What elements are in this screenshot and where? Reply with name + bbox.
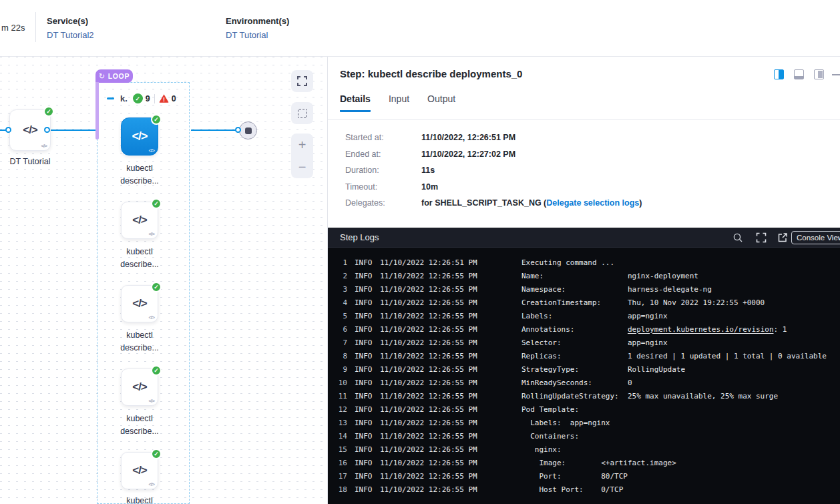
detail-row-0: Started at:11/10/2022, 12:26:51 PM xyxy=(345,133,642,150)
tab-output[interactable]: Output xyxy=(427,93,455,112)
success-check-icon xyxy=(151,449,162,459)
service-link[interactable]: DT Tutorial2 xyxy=(47,30,94,40)
log-timestamp: 11/10/2022 12:26:55 PM xyxy=(380,472,477,481)
log-line-12: 12INFO11/10/2022 12:26:55 PMPod Template… xyxy=(328,403,840,416)
log-line-number: 14 xyxy=(336,432,347,441)
log-line-number: 11 xyxy=(336,392,347,401)
loop-step-node-3[interactable]: </></> xyxy=(121,368,158,406)
loop-step-node-0[interactable]: </></> xyxy=(121,117,158,156)
log-message: Containers: xyxy=(521,432,579,441)
layout-right-button[interactable] xyxy=(814,69,824,79)
stop-icon xyxy=(245,128,252,134)
step-tabs: Details Input Output xyxy=(340,93,473,112)
canvas-zoom-controls: + − xyxy=(291,134,313,178)
log-search-icon[interactable] xyxy=(732,232,743,243)
log-fullscreen-icon[interactable] xyxy=(756,232,767,243)
log-level: INFO xyxy=(355,459,380,467)
log-message: nginx: xyxy=(521,445,562,454)
zoom-out-button[interactable]: − xyxy=(298,160,306,174)
script-type-icon: </> xyxy=(148,481,154,487)
step-logs-panel: Step Logs Console View 1INFO11/10/2022 1… xyxy=(328,228,840,504)
zoom-in-button[interactable]: + xyxy=(298,138,306,152)
layout-split-right-button[interactable] xyxy=(774,69,784,79)
log-timestamp: 11/10/2022 12:26:55 PM xyxy=(380,325,477,334)
collapse-group-button[interactable] xyxy=(107,97,114,99)
log-message: Pod Template: xyxy=(521,405,579,414)
log-line-18: 18INFO11/10/2022 12:26:55 PM Host Port: … xyxy=(328,483,840,496)
log-line-14: 14INFO11/10/2022 12:26:55 PM Containers: xyxy=(328,429,840,443)
console-view-button[interactable]: Console View xyxy=(791,231,840,244)
warning-triangle-icon: ! xyxy=(159,93,169,103)
loop-badge-tail xyxy=(95,82,99,140)
code-icon: </> xyxy=(23,123,37,137)
execution-duration: m 22s xyxy=(1,23,25,33)
log-open-new-tab-icon[interactable] xyxy=(777,232,788,243)
log-line-number: 16 xyxy=(336,459,347,467)
success-count-icon xyxy=(133,93,143,103)
loop-step-node-2[interactable]: </></> xyxy=(121,285,158,322)
log-line-16: 16INFO11/10/2022 12:26:55 PM Image: <+ar… xyxy=(328,456,840,469)
log-line-11: 11INFO11/10/2022 12:26:55 PMRollingUpdat… xyxy=(328,389,840,403)
log-timestamp: 11/10/2022 12:26:55 PM xyxy=(380,272,477,280)
tab-details[interactable]: Details xyxy=(340,93,371,112)
log-timestamp: 11/10/2022 12:26:55 PM xyxy=(380,365,477,374)
step-details-list: Started at:11/10/2022, 12:26:51 PMEnded … xyxy=(345,133,642,215)
log-level: INFO xyxy=(355,379,380,387)
count-separator xyxy=(154,94,155,103)
step-logs-body[interactable]: 1INFO11/10/2022 12:26:51 PMExecuting com… xyxy=(328,248,840,504)
log-message: RollingUpdateStrategy: 25% max unavailab… xyxy=(521,392,778,401)
log-line-8: 8INFO11/10/2022 12:26:55 PMReplicas: 1 d… xyxy=(328,349,840,362)
detail-label: Delegates: xyxy=(345,198,421,208)
log-line-number: 2 xyxy=(336,272,347,280)
step-logs-title: Step Logs xyxy=(340,232,379,242)
detail-value: 11/10/2022, 12:26:51 PM xyxy=(421,133,515,142)
log-line-13: 13INFO11/10/2022 12:26:55 PM Labels: app… xyxy=(328,416,840,429)
log-message: Executing command ... xyxy=(521,258,614,267)
loop-badge: ↻ LOOP xyxy=(95,69,133,83)
loop-step-label-0: kubectldescribe... xyxy=(93,162,186,188)
pipeline-end-node[interactable] xyxy=(239,121,257,140)
log-message: Replicas: 1 desired | 1 updated | 1 tota… xyxy=(521,352,827,360)
delegate-selection-logs-link[interactable]: Delegate selection logs xyxy=(546,198,639,208)
log-line-number: 17 xyxy=(336,472,347,481)
header-divider xyxy=(35,12,36,42)
svg-text:!: ! xyxy=(163,96,165,103)
layout-bottom-button[interactable] xyxy=(794,69,804,79)
log-message: MinReadySeconds: 0 xyxy=(521,379,632,387)
environment-link[interactable]: DT Tutorial xyxy=(226,30,289,40)
step-logs-header: Step Logs Console View xyxy=(328,228,840,248)
port-start-right xyxy=(44,127,50,133)
log-line-5: 5INFO11/10/2022 12:26:55 PMLabels: app=n… xyxy=(328,309,840,322)
log-line-15: 15INFO11/10/2022 12:26:55 PM nginx: xyxy=(328,443,840,456)
detail-value: for SHELL_SCRIPT_TASK_NG (Delegate selec… xyxy=(421,198,642,208)
log-line-number: 8 xyxy=(336,352,347,360)
environment-label: Environment(s) xyxy=(226,16,289,26)
panel-layout-toggles xyxy=(774,69,834,79)
canvas-select-button[interactable] xyxy=(291,102,313,124)
log-message: CreationTimestamp: Thu, 10 Nov 2022 19:2… xyxy=(521,298,765,307)
tabs-rule xyxy=(328,119,840,119)
log-level: INFO xyxy=(355,258,380,267)
loop-step-node-4[interactable]: </></> xyxy=(121,452,158,489)
detail-value: 11s xyxy=(421,166,435,175)
log-message: Selector: app=nginx xyxy=(521,338,668,347)
canvas-fullscreen-button[interactable] xyxy=(291,70,313,92)
panel-collapse-icon[interactable] xyxy=(832,74,840,75)
log-annotation-link[interactable]: deployment.kubernetes.io/revision xyxy=(628,325,774,334)
log-message: Name: nginx-deployment xyxy=(521,272,698,280)
pipeline-graph-canvas[interactable]: </> </> DT Tutorial ↻ LOOP k. 9 ! 0 </><… xyxy=(0,57,327,504)
log-line-9: 9INFO11/10/2022 12:26:55 PMStrategyType:… xyxy=(328,362,840,376)
log-line-number: 18 xyxy=(336,485,347,494)
tab-input[interactable]: Input xyxy=(389,93,409,112)
log-timestamp: 11/10/2022 12:26:55 PM xyxy=(380,312,477,320)
log-level: INFO xyxy=(355,298,380,307)
log-message: StrategyType: RollingUpdate xyxy=(521,365,685,374)
success-check-icon xyxy=(151,282,162,292)
log-timestamp: 11/10/2022 12:26:55 PM xyxy=(380,352,477,360)
log-level: INFO xyxy=(355,419,380,427)
detail-label: Ended at: xyxy=(345,150,421,159)
service-label: Service(s) xyxy=(47,16,94,26)
loop-step-node-1[interactable]: </></> xyxy=(121,202,158,239)
log-level: INFO xyxy=(355,392,380,401)
log-level: INFO xyxy=(355,312,380,320)
